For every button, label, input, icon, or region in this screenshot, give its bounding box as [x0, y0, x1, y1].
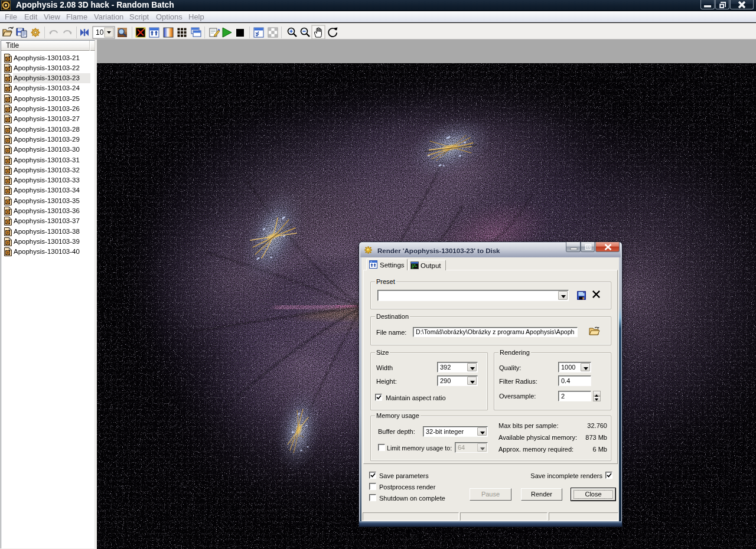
svg-text:10: 10: [96, 28, 104, 37]
